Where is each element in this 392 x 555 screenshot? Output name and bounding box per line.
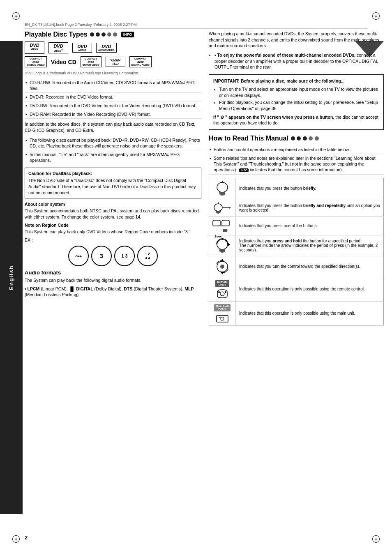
desc-text: Indicates that you press one of the butt… <box>239 223 318 228</box>
logo-note: DVD Logo is a trademark of DVD Format/Lo… <box>25 71 201 76</box>
if-section: If " ⊘ " appears on the TV screen when y… <box>213 114 379 126</box>
icon-cell <box>209 216 236 235</box>
if-text: If " ⊘ " appears on the TV screen when y… <box>213 115 378 126</box>
svg-point-22 <box>225 291 226 293</box>
dot5 <box>113 32 117 37</box>
table-row: Indicates that you press one of the butt… <box>209 216 384 235</box>
how-to-bullets: Button and control operations are explai… <box>209 145 384 175</box>
disc-logos-row1: DVD VIDEO ™ DVD VIDEO® DVD AUDIO DVD AUD… <box>25 41 201 54</box>
desc-text: Indicates that this operation is only po… <box>239 287 365 291</box>
dot4 <box>309 136 313 140</box>
two-sec-label: 2sec <box>214 235 222 238</box>
how-to-title-text: How to Read This Manual <box>209 135 288 142</box>
svg-marker-19 <box>221 272 224 274</box>
svg-rect-8 <box>213 220 220 226</box>
list-item: Turn on the TV and select an appropriate… <box>219 86 379 98</box>
svg-point-21 <box>218 291 220 293</box>
svg-point-0 <box>217 182 228 192</box>
desc-text: Indicates that this operation is only po… <box>239 311 355 315</box>
audio-formats-section: Audio formats The System can play back t… <box>25 269 201 298</box>
list-item: DVD-RW: Recorded in the DVD Video format… <box>25 101 201 110</box>
dot2 <box>96 32 100 37</box>
top-header: EN_DX-T5[USUN].book Page 2 Tuesday, Febr… <box>25 23 367 29</box>
main-unit-icon-svg <box>216 313 229 323</box>
remote-only-badge: RemoteONLY <box>215 280 229 287</box>
region-all: ALL <box>68 246 89 266</box>
compact-disc-digital-video-logo: COMPACT disc DIGITAL VIDEO <box>25 56 47 67</box>
color-system-title: About color system <box>25 202 201 207</box>
multichannel-text: When playing a multi-channel encoded DVD… <box>209 31 384 49</box>
dvd-video-logo: DVD VIDEO ™ <box>25 41 44 54</box>
dot1 <box>291 136 295 140</box>
description-cell: Indicates that you press the button brie… <box>236 178 384 199</box>
dot3 <box>303 136 307 140</box>
title-dots <box>90 32 117 37</box>
svg-rect-9 <box>222 220 229 226</box>
page-container: EN_DX-T5[USUN].book Page 2 Tuesday, Febr… <box>0 0 392 555</box>
sidebar-label: English <box>8 265 14 290</box>
caution-title: Caution for DualDisc playback: <box>28 170 198 177</box>
operations-table: Indicates that you press the button brie… <box>209 178 384 326</box>
svg-point-24 <box>221 317 224 320</box>
compact-disc-super-video-logo: COMPACT disc SUPER VIDEO <box>81 56 101 67</box>
multichannel-bullet-list: • To enjoy the powerful sound of these m… <box>209 52 384 70</box>
press-hold-wrap: 2sec <box>214 238 230 253</box>
dot4 <box>107 32 111 37</box>
list-item: For disc playback, you can change the in… <box>219 99 379 111</box>
playable-disc-title-text: Playable Disc Types <box>25 31 88 38</box>
important-title: IMPORTANT: Before playing a disc, make s… <box>213 78 379 84</box>
table-row: Indicates that you press the button brie… <box>209 178 384 199</box>
compact-disc-digital-audio-logo: COMPACT disc DIGITAL AUDIO <box>129 56 152 67</box>
dot5 <box>315 136 319 140</box>
dot3 <box>101 32 106 37</box>
para1: In addition to the above discs, this sys… <box>25 121 201 133</box>
region-codes: ALL 3 1 3 1 23 4 <box>25 246 201 266</box>
region-3: 3 <box>91 246 112 266</box>
region-code-section: Note on Region Code This System can play… <box>25 223 201 266</box>
description-cell: Indicates that you press and hold the bu… <box>236 235 384 256</box>
remote-only-icon: RemoteONLY <box>212 280 232 299</box>
playable-disc-title: Playable Disc Types INFO <box>25 31 201 38</box>
important-list: Turn on the TV and select an appropriate… <box>213 86 379 112</box>
color-system-section: About color system This System accommoda… <box>25 202 201 220</box>
press-once-svg <box>214 181 230 196</box>
svg-rect-25 <box>219 317 221 318</box>
dvd-video2-logo: DVD VIDEO® <box>48 42 68 53</box>
dvd-audio-logo: DVD AUDIO <box>72 43 92 53</box>
table-row: Indicates that you press the button brie… <box>209 199 384 216</box>
region-code-title: Note on Region Code <box>25 223 201 228</box>
svg-point-17 <box>220 265 224 269</box>
important-box: IMPORTANT: Before playing a disc, make s… <box>209 74 384 130</box>
table-row: Indicates that you turn the control towa… <box>209 256 384 277</box>
region-ex-label: EX.: <box>25 237 201 243</box>
list-item: DVD-R: Recorded in the DVD Video format. <box>25 93 201 101</box>
desc-text: Indicates that you press the button brie… <box>239 203 380 212</box>
main-only-icon: Main UnitONLY <box>212 304 232 323</box>
audio-formats-text2: • LPCM (Linear PCM), ▐▌ DIGITAL (Dolby D… <box>25 286 201 298</box>
svg-marker-18 <box>221 259 224 261</box>
desc-text: Indicates that you turn the control towa… <box>239 264 360 269</box>
cant-play-list: The following discs cannot be played bac… <box>25 136 201 165</box>
table-row: 2sec <box>209 235 384 256</box>
corner-mark-bl <box>12 535 20 543</box>
press-repeat-svg <box>213 202 231 214</box>
svg-point-20 <box>220 292 224 296</box>
page-number: 2 <box>25 534 28 541</box>
dot2 <box>297 136 301 140</box>
description-cell: Indicates that this operation is only po… <box>236 277 384 301</box>
table-row: RemoteONLY Indicates that this oper <box>209 277 384 301</box>
region-code-text: This System can play back only DVD Video… <box>25 229 201 235</box>
desc-text: Indicates that you press and hold the bu… <box>239 239 378 252</box>
turn-control-svg <box>214 259 230 274</box>
caution-box: Caution for DualDisc playback: The Non-D… <box>25 168 201 199</box>
info-badge-inline: INFO <box>239 168 249 172</box>
dot1 <box>90 32 94 37</box>
color-system-text: This System accommodates both NTSC and P… <box>25 208 201 220</box>
audio-formats-text1: The System can play back the following d… <box>25 277 201 283</box>
description-cell: Indicates that you turn the control towa… <box>236 256 384 277</box>
desc-text: Indicates that you press the button brie… <box>239 186 316 191</box>
corner-mark-tl <box>12 12 20 20</box>
info-badge: INFO <box>121 32 134 37</box>
svg-rect-23 <box>217 315 228 322</box>
icon-cell: RemoteONLY <box>209 277 236 301</box>
